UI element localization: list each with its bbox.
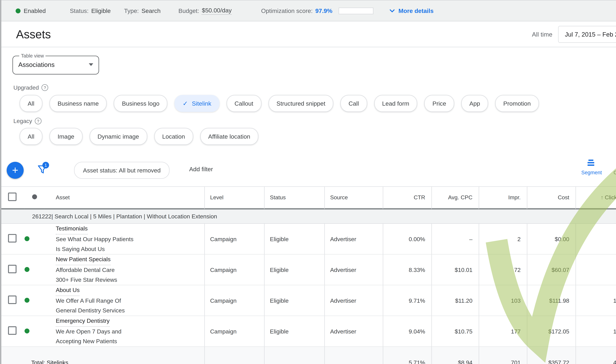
chip-callout[interactable]: Callout bbox=[227, 95, 261, 112]
asset-status-filter-chip[interactable]: Asset status: All but removed bbox=[74, 162, 170, 179]
asset-description-line: Accepting New Patients bbox=[56, 338, 117, 345]
add-filter-button[interactable]: Add filter bbox=[189, 166, 213, 172]
row-checkbox[interactable] bbox=[8, 265, 16, 273]
campaign-group-label: 261222| Search Local | 5 Miles | Plantat… bbox=[0, 209, 616, 224]
enabled-status-dot bbox=[25, 236, 29, 241]
segment-button[interactable]: Segment bbox=[576, 159, 608, 175]
page-title: Assets bbox=[16, 27, 51, 41]
column-header-impr-[interactable]: Impr. bbox=[479, 186, 527, 209]
asset-description-line: Affordable Dental Care bbox=[56, 267, 115, 273]
chip-location[interactable]: Location bbox=[154, 128, 193, 145]
campaign-group-row: 261222| Search Local | 5 Miles | Plantat… bbox=[0, 209, 616, 224]
column-header-level[interactable]: Level bbox=[204, 186, 264, 209]
status-dot-column-icon bbox=[32, 194, 37, 199]
upgraded-chips-row: AllBusiness nameBusiness logo✓SitelinkCa… bbox=[20, 95, 539, 112]
source-cell: Advertiser bbox=[324, 255, 383, 285]
asset-title[interactable]: New Patient Specials bbox=[56, 255, 111, 265]
asset-cell[interactable]: Testimonials See What Our Happy Patients… bbox=[45, 224, 204, 254]
chip-structured-snippet[interactable]: Structured snippet bbox=[268, 95, 333, 112]
column-header-cost[interactable]: Cost bbox=[527, 186, 576, 209]
add-asset-button[interactable]: + bbox=[7, 162, 24, 179]
asset-cell[interactable]: About Us We Offer A Full Range Of Genera… bbox=[45, 285, 204, 316]
chip-business-name[interactable]: Business name bbox=[50, 95, 107, 112]
type-label: Type: bbox=[124, 7, 139, 14]
chip-label: Price bbox=[432, 100, 446, 107]
chip-business-logo[interactable]: Business logo bbox=[114, 95, 168, 112]
chip-call[interactable]: Call bbox=[341, 95, 367, 112]
chip-dynamic-image[interactable]: Dynamic image bbox=[89, 128, 147, 145]
level-cell: Campaign bbox=[204, 224, 264, 255]
chip-affiliate-location[interactable]: Affiliate location bbox=[200, 128, 258, 145]
asset-title[interactable]: About Us bbox=[56, 285, 80, 296]
avg-cpc-cell: $11.20 bbox=[431, 285, 479, 316]
date-range-picker[interactable]: Jul 7, 2015 – Feb 2, 2023 bbox=[558, 26, 616, 43]
column-header-clicks[interactable]: ↑Clicks bbox=[576, 186, 616, 209]
row-checkbox[interactable] bbox=[8, 234, 16, 243]
chip-label: Structured snippet bbox=[276, 100, 325, 107]
column-header-status[interactable]: Status bbox=[264, 186, 324, 209]
chip-label: Business logo bbox=[122, 100, 160, 107]
asset-cell[interactable]: New Patient Specials Affordable Dental C… bbox=[45, 255, 204, 285]
cost-cell: $172.05 bbox=[527, 316, 576, 347]
chip-all[interactable]: All bbox=[20, 128, 42, 145]
cost-cell: $60.07 bbox=[527, 255, 576, 285]
enabled-status-dot bbox=[16, 8, 21, 13]
google-ads-assets-page: Enabled Status: Eligible Type: Search Bu… bbox=[0, 0, 616, 364]
chip-price[interactable]: Price bbox=[424, 95, 454, 112]
chevron-down-icon bbox=[389, 9, 395, 13]
ctr-cell: 0.00% bbox=[383, 224, 431, 255]
level-cell: Campaign bbox=[204, 285, 264, 316]
asset-title[interactable]: Emergency Dentistry bbox=[56, 316, 110, 327]
total-clicks: 40 bbox=[576, 347, 616, 364]
check-icon: ✓ bbox=[183, 100, 188, 107]
table-row: New Patient Specials Affordable Dental C… bbox=[0, 255, 616, 285]
row-checkbox[interactable] bbox=[8, 326, 16, 335]
chip-promotion[interactable]: Promotion bbox=[495, 95, 539, 112]
help-icon[interactable]: ? bbox=[35, 118, 41, 124]
ctr-cell: 9.71% bbox=[383, 285, 431, 316]
chip-app[interactable]: App bbox=[461, 95, 488, 112]
clicks-cell: 6 bbox=[576, 255, 616, 285]
columns-button[interactable]: Columns bbox=[608, 159, 616, 175]
segment-icon bbox=[587, 159, 596, 167]
help-icon[interactable]: ? bbox=[41, 84, 48, 91]
column-header-source[interactable]: Source bbox=[324, 186, 383, 209]
chip-all[interactable]: All bbox=[20, 95, 42, 112]
asset-description-line: Is Saying About Us bbox=[56, 246, 105, 252]
table-header-row: AssetLevelStatusSourceCTRAvg. CPCImpr.Co… bbox=[0, 186, 616, 209]
chip-image[interactable]: Image bbox=[50, 128, 82, 145]
chip-label: Business name bbox=[57, 100, 99, 107]
legacy-section-label: Legacy ? bbox=[13, 118, 41, 124]
chip-label: Location bbox=[162, 133, 185, 140]
filter-funnel-button[interactable]: 1 bbox=[38, 164, 47, 174]
enabled-status-dot bbox=[25, 267, 29, 272]
chip-sitelink[interactable]: ✓Sitelink bbox=[174, 95, 219, 112]
asset-description-line: 300+ Five Star Reviews bbox=[56, 276, 117, 283]
asset-cell[interactable]: Emergency Dentistry We Are Open 7 Days a… bbox=[45, 316, 204, 346]
total-row: Total: Sitelinks5.71%$8.94701$357.72402.… bbox=[0, 347, 616, 364]
status-cell: Eligible bbox=[264, 255, 324, 285]
budget-value[interactable]: $50.00/day bbox=[202, 7, 232, 14]
impr-cell: 72 bbox=[479, 255, 527, 285]
level-cell: Campaign bbox=[204, 255, 264, 285]
ctr-cell: 8.33% bbox=[383, 255, 431, 285]
chip-label: Dynamic image bbox=[97, 133, 139, 140]
assets-table: AssetLevelStatusSourceCTRAvg. CPCImpr.Co… bbox=[0, 186, 616, 364]
total-label: Total: Sitelinks bbox=[0, 347, 204, 364]
table-view-select[interactable]: Table view Associations bbox=[13, 53, 99, 75]
chip-lead-form[interactable]: Lead form bbox=[374, 95, 417, 112]
optimization-score-value: 97.9% bbox=[315, 7, 333, 14]
column-header-ctr[interactable]: CTR bbox=[383, 186, 431, 209]
column-header-avg-cpc[interactable]: Avg. CPC bbox=[431, 186, 479, 209]
asset-description-line: We Are Open 7 Days and bbox=[56, 328, 121, 335]
column-header-asset[interactable]: Asset bbox=[45, 186, 204, 209]
more-details-button[interactable]: More details bbox=[389, 7, 434, 14]
select-all-checkbox[interactable] bbox=[8, 193, 16, 201]
total-source bbox=[324, 347, 383, 364]
avg-cpc-cell: – bbox=[431, 224, 479, 255]
row-checkbox[interactable] bbox=[8, 296, 16, 304]
status-cell: Eligible bbox=[264, 224, 324, 255]
asset-title[interactable]: Testimonials bbox=[56, 224, 88, 234]
total-cost: $357.72 bbox=[527, 347, 576, 364]
chip-label: App bbox=[469, 100, 480, 107]
